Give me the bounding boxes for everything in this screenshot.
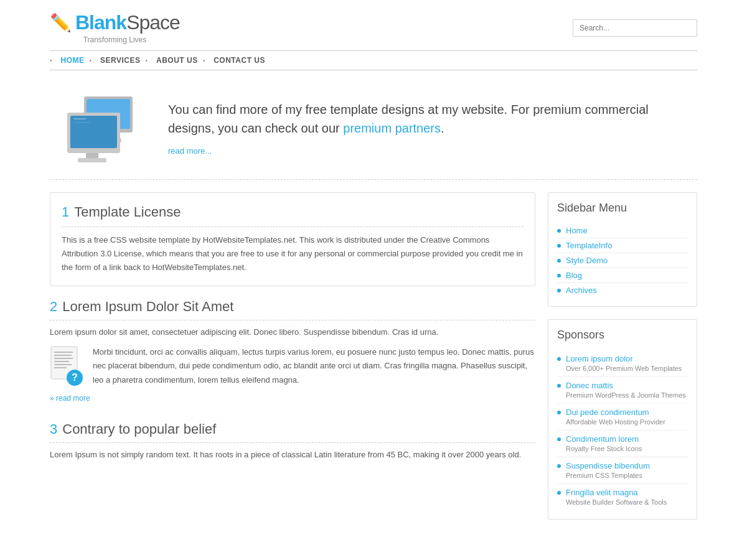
sponsor-dot: [557, 411, 561, 414]
sponsor-text-1: Lorem ipsum dolor Over 6,000+ Premium We…: [566, 354, 682, 373]
nav-dot: •: [50, 57, 52, 64]
post-2-divider: [50, 320, 535, 320]
post-3-body: Lorem Ipsum is not simply random text. I…: [50, 448, 535, 462]
sidebar-dot: [557, 229, 561, 233]
pen-icon: ✏️: [50, 12, 72, 33]
post-2-intro: Lorem ipsum dolor sit amet, consectetuer…: [50, 325, 535, 339]
svg-rect-12: [54, 355, 72, 356]
post-2-section: 2 Lorem Ipsum Dolor Sit Amet Lorem ipsum…: [50, 299, 535, 402]
sponsor-desc-5: Premium CSS Templates: [566, 472, 642, 479]
nav-link-services[interactable]: SERVICES: [95, 56, 145, 65]
sponsor-text-3: Dui pede condimentum Affordable Web Host…: [566, 408, 665, 426]
post-1-heading: Template License: [74, 204, 181, 220]
sponsor-text-5: Suspendisse bibendum Premium CSS Templat…: [566, 461, 650, 480]
sidebar-dot: [557, 259, 561, 263]
svg-text:?: ?: [72, 372, 78, 383]
post-2-number: 2: [50, 299, 57, 315]
nav-dot: •: [90, 57, 92, 64]
sidebar-item-home: Home: [557, 223, 688, 238]
sponsor-item-2: Donec mattis Premium WordPress & Joomla …: [557, 377, 688, 404]
sponsors-box: Sponsors Lorem ipsum dolor Over 6,000+ P…: [548, 319, 697, 520]
sidebar-link-blog[interactable]: Blog: [566, 271, 582, 280]
sidebar-menu-list: Home TemplateInfo Style Demo Blog: [557, 223, 688, 297]
nav-link-about[interactable]: ABOUT US: [151, 56, 203, 65]
hero-read-more-link[interactable]: read more...: [168, 146, 212, 156]
nav: • HOME • SERVICES • ABOUT US • CONTACT U…: [50, 56, 697, 65]
post-3-section: 3 Contrary to popular belief Lorem Ipsum…: [50, 421, 535, 462]
sponsors-title: Sponsors: [557, 329, 688, 342]
svg-rect-16: [54, 367, 67, 368]
sponsor-dot: [557, 437, 561, 441]
search-input[interactable]: [573, 19, 697, 37]
nav-dot: •: [146, 57, 148, 64]
sponsor-link-4[interactable]: Condimentum lorem: [566, 434, 642, 444]
sponsor-dot: [557, 357, 561, 361]
sidebar-link-home[interactable]: Home: [566, 226, 588, 235]
sidebar-dot: [557, 289, 561, 292]
nav-link-contact[interactable]: CONTACT US: [209, 56, 270, 65]
sidebar-item-styledemo: Style Demo: [557, 253, 688, 268]
post-2-read-more[interactable]: » read more: [50, 394, 90, 403]
sponsor-item-5: Suspendisse bibendum Premium CSS Templat…: [557, 457, 688, 484]
doc-question-icon: ?: [50, 345, 84, 386]
svg-rect-15: [54, 364, 72, 365]
post-1-number: 1: [62, 204, 69, 220]
hero-image: [50, 89, 156, 167]
svg-rect-9: [78, 158, 106, 162]
sponsor-dot: [557, 491, 561, 495]
sponsor-link-5[interactable]: Suspendisse bibendum: [566, 461, 650, 470]
header: ✏️ BlankSpace Transforming Lives: [50, 0, 697, 50]
sponsor-dot: [557, 384, 561, 388]
post-3-divider: [50, 442, 535, 443]
svg-rect-13: [54, 358, 73, 359]
logo-tagline: Transforming Lives: [83, 35, 147, 44]
nav-item-services: • SERVICES: [90, 56, 146, 65]
main-layout: 1 Template License This is a free CSS we…: [50, 192, 697, 532]
sponsor-link-3[interactable]: Dui pede condimentum: [566, 408, 665, 417]
svg-rect-11: [54, 352, 73, 353]
nav-link-home[interactable]: HOME: [56, 56, 90, 65]
sponsor-link-1[interactable]: Lorem ipsum dolor: [566, 354, 682, 363]
svg-rect-14: [54, 361, 69, 362]
post-1-divider: [62, 226, 524, 227]
post-2-thumb-content: ? Morbi tincidunt, orci ac convallis ali…: [50, 345, 535, 393]
monitors-illustration: [56, 89, 149, 167]
nav-dot: •: [203, 57, 205, 64]
post-1-title-row: 1 Template License: [62, 204, 524, 220]
sponsor-desc-4: Royalty Free Stock Icons: [566, 445, 642, 452]
post-3-title-row: 3 Contrary to popular belief: [50, 421, 535, 437]
sponsor-item-6: Fringilla velit magna Website Builder So…: [557, 484, 688, 510]
sidebar-link-archives[interactable]: Archives: [566, 286, 597, 295]
sidebar-dot: [557, 244, 561, 248]
sidebar-menu-box: Sidebar Menu Home TemplateInfo Style Dem…: [548, 192, 697, 307]
sidebar-link-templateinfo[interactable]: TemplateInfo: [566, 241, 612, 250]
post-1-box: 1 Template License This is a free CSS we…: [50, 192, 535, 286]
sidebar-dot: [557, 274, 561, 278]
post-2-body: Morbi tincidunt, orci ac convallis aliqu…: [93, 345, 535, 386]
sponsor-text-2: Donec mattis Premium WordPress & Joomla …: [566, 381, 686, 399]
sidebar-item-archives: Archives: [557, 283, 688, 297]
sponsor-link-6[interactable]: Fringilla velit magna: [566, 488, 667, 497]
sponsor-desc-1: Over 6,000+ Premium Web Templates: [566, 365, 682, 372]
svg-rect-5: [70, 116, 117, 148]
nav-item-home: • HOME: [50, 56, 90, 65]
sponsor-link-2[interactable]: Donec mattis: [566, 381, 686, 390]
sidebar: Sidebar Menu Home TemplateInfo Style Dem…: [548, 192, 697, 532]
sponsor-text-4: Condimentum lorem Royalty Free Stock Ico…: [566, 434, 642, 453]
post-2-title-row: 2 Lorem Ipsum Dolor Sit Amet: [50, 299, 535, 315]
sidebar-link-styledemo[interactable]: Style Demo: [566, 256, 608, 265]
post-2-thumbnail: ?: [50, 345, 84, 388]
sponsors-list: Lorem ipsum dolor Over 6,000+ Premium We…: [557, 350, 688, 510]
sidebar-menu-title: Sidebar Menu: [557, 202, 688, 215]
sponsor-desc-2: Premium WordPress & Joomla Themes: [566, 391, 686, 399]
hero-text: You can find more of my free template de…: [156, 100, 697, 156]
hero-section: You can find more of my free template de…: [50, 70, 697, 180]
sidebar-item-blog: Blog: [557, 268, 688, 283]
post-3-heading: Contrary to popular belief: [62, 421, 216, 437]
nav-bar: • HOME • SERVICES • ABOUT US • CONTACT U…: [50, 50, 697, 70]
logo-text: BlankSpace: [75, 11, 180, 34]
nav-item-contact: • CONTACT US: [203, 56, 270, 65]
content-area: 1 Template License This is a free CSS we…: [50, 192, 535, 532]
sponsor-item-4: Condimentum lorem Royalty Free Stock Ico…: [557, 431, 688, 457]
premium-partners-link[interactable]: premium partners: [343, 121, 441, 135]
